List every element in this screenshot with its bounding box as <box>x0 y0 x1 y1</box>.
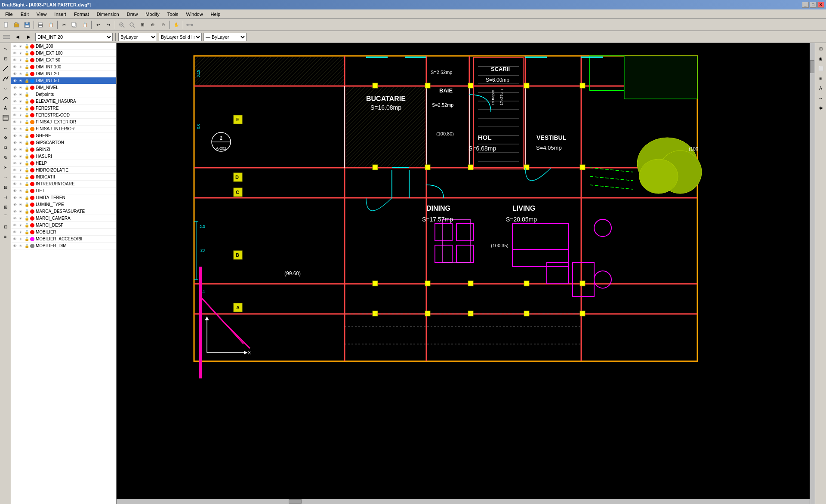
right-tool7[interactable]: ✱ <box>816 103 826 113</box>
layer-dropdown[interactable]: DIM_INT 20 DIM_INT 50 DIM_200 <box>35 33 113 41</box>
layer-freeze-icon[interactable]: ☀ <box>18 223 23 228</box>
layer-row[interactable]: 👁 ☀ 🔓 DIM_NIVEL <box>11 84 116 91</box>
layer-prev-button[interactable]: ◀ <box>13 32 22 42</box>
right-tool5[interactable]: A <box>816 83 826 93</box>
layer-lock-icon[interactable]: 🔓 <box>24 51 29 56</box>
layer-lock-icon[interactable]: 🔓 <box>24 92 29 97</box>
move-button[interactable]: ✥ <box>1 133 10 142</box>
layer-freeze-icon[interactable]: ☀ <box>18 230 23 235</box>
layer-freeze-icon[interactable]: ☀ <box>18 140 23 145</box>
extend-button[interactable]: → <box>1 172 10 182</box>
menu-file[interactable]: File <box>2 11 16 18</box>
layer-freeze-icon[interactable]: ☀ <box>18 106 23 111</box>
layer-visible-icon[interactable]: 👁 <box>12 216 17 221</box>
lineweight-dropdown[interactable]: — ByLayer <box>203 33 247 41</box>
new-button[interactable] <box>2 20 11 30</box>
layer-lock-icon[interactable]: 🔓 <box>24 188 29 194</box>
layer-visible-icon[interactable]: 👁 <box>12 92 17 97</box>
layer-visible-icon[interactable]: 👁 <box>12 126 17 132</box>
close-button[interactable]: ✕ <box>817 2 824 8</box>
layer-lock-icon[interactable]: 🔓 <box>24 154 29 159</box>
layer-visible-icon[interactable]: 👁 <box>12 71 17 77</box>
layer-lock-icon[interactable]: 🔓 <box>24 113 29 118</box>
layer-freeze-icon[interactable]: ☀ <box>18 147 23 152</box>
layer-row[interactable]: 👁 ☀ 🔓 DIM_200 <box>11 43 116 50</box>
layer-freeze-icon[interactable]: ☀ <box>18 78 23 83</box>
layer-freeze-icon[interactable]: ☀ <box>18 188 23 194</box>
menu-draw[interactable]: Draw <box>123 11 142 18</box>
layer-visible-icon[interactable]: 👁 <box>12 99 17 104</box>
layer-freeze-icon[interactable]: ☀ <box>18 58 23 63</box>
layer-visible-icon[interactable]: 👁 <box>12 65 17 70</box>
layer-freeze-icon[interactable]: ☀ <box>18 195 23 200</box>
layers-panel-button[interactable]: ≡ <box>1 232 10 241</box>
layer-visible-icon[interactable]: 👁 <box>12 168 17 173</box>
layer-visible-icon[interactable]: 👁 <box>12 181 17 187</box>
fillet-button[interactable]: ⌒ <box>1 212 10 221</box>
pan-button[interactable]: ✋ <box>172 20 181 30</box>
layer-visible-icon[interactable]: 👁 <box>12 106 17 111</box>
print-preview-button[interactable]: 📋 <box>46 20 55 30</box>
right-tool3[interactable]: ⬜ <box>816 64 826 73</box>
layer-freeze-icon[interactable]: ☀ <box>18 175 23 180</box>
layer-lock-icon[interactable]: 🔓 <box>24 120 29 125</box>
layer-freeze-icon[interactable]: ☀ <box>18 85 23 90</box>
menu-tools[interactable]: Tools <box>164 11 182 18</box>
menu-insert[interactable]: Insert <box>51 11 70 18</box>
cut-button[interactable]: ✂ <box>59 20 69 30</box>
layer-visible-icon[interactable]: 👁 <box>12 113 17 118</box>
layer-freeze-icon[interactable]: ☀ <box>18 92 23 97</box>
redo-button[interactable]: ↪ <box>104 20 113 30</box>
mirror-button[interactable]: ⊣ <box>1 192 10 202</box>
layer-lock-icon[interactable]: 🔓 <box>24 161 29 166</box>
layer-row[interactable]: 👁 ☀ 🔓 HELP <box>11 160 116 167</box>
maximize-button[interactable]: □ <box>810 2 817 8</box>
layer-visible-icon[interactable]: 👁 <box>12 202 17 207</box>
layer-lock-icon[interactable]: 🔓 <box>24 85 29 90</box>
layer-lock-icon[interactable]: 🔓 <box>24 195 29 200</box>
dimension-button[interactable]: ↔ <box>1 123 10 132</box>
scrollbar-thumb[interactable] <box>810 60 814 73</box>
zoom-extents-button[interactable]: ⊞ <box>138 20 147 30</box>
layer-next-button[interactable]: ▶ <box>24 32 34 42</box>
layer-lock-icon[interactable]: 🔓 <box>24 230 29 235</box>
menu-modify[interactable]: Modify <box>142 11 163 18</box>
layer-visible-icon[interactable]: 👁 <box>12 51 17 56</box>
zoom-in-button[interactable]: ⊕ <box>148 20 157 30</box>
layer-freeze-icon[interactable]: ☀ <box>18 216 23 221</box>
layer-freeze-icon[interactable]: ☀ <box>18 126 23 132</box>
layer-row[interactable]: 👁 ☀ 🔓 MARCI_DESF <box>11 222 116 229</box>
layer-visible-icon[interactable]: 👁 <box>12 133 17 138</box>
select-button[interactable]: ↖ <box>1 44 10 53</box>
layer-visible-icon[interactable]: 👁 <box>12 237 17 242</box>
hatch-button[interactable] <box>1 113 10 123</box>
layer-lock-icon[interactable]: 🔓 <box>24 78 29 83</box>
layer-lock-icon[interactable]: 🔓 <box>24 237 29 242</box>
layer-lock-icon[interactable]: 🔓 <box>24 243 29 249</box>
layer-lock-icon[interactable]: 🔓 <box>24 223 29 228</box>
menu-dimension[interactable]: Dimension <box>93 11 123 18</box>
layer-freeze-icon[interactable]: ☀ <box>18 120 23 125</box>
layer-freeze-icon[interactable]: ☀ <box>18 202 23 207</box>
layer-lock-icon[interactable]: 🔓 <box>24 44 29 49</box>
zoom-window-button[interactable] <box>127 20 137 30</box>
right-tool1[interactable]: ⊞ <box>816 44 826 53</box>
layer-row[interactable]: 👁 ☀ 🔓 INTRERUPATOARE <box>11 181 116 187</box>
layer-lock-icon[interactable]: 🔓 <box>24 168 29 173</box>
layer-visible-icon[interactable]: 👁 <box>12 85 17 90</box>
layer-visible-icon[interactable]: 👁 <box>12 188 17 194</box>
layer-row[interactable]: 👁 ☀ 🔓 MOBILIER_DIM <box>11 243 116 249</box>
open-button[interactable] <box>12 20 22 30</box>
layer-lock-icon[interactable]: 🔓 <box>24 216 29 221</box>
layer-lock-icon[interactable]: 🔓 <box>24 175 29 180</box>
zoom-out-button[interactable]: ⊖ <box>158 20 168 30</box>
layer-row[interactable]: 👁 ☀ 🔓 Defpoints <box>11 91 116 98</box>
right-tool6[interactable]: ↔ <box>816 93 826 103</box>
layer-visible-icon[interactable]: 👁 <box>12 243 17 249</box>
zoom-realtime-button[interactable] <box>117 20 126 30</box>
menu-edit[interactable]: Edit <box>17 11 32 18</box>
layer-row[interactable]: 👁 ☀ 🔓 DIM_EXT 100 <box>11 50 116 57</box>
polyline-button[interactable] <box>1 74 10 83</box>
properties-button[interactable]: ⊟ <box>1 222 10 231</box>
layer-row[interactable]: 👁 ☀ 🔓 LIMITA-TEREN <box>11 194 116 201</box>
